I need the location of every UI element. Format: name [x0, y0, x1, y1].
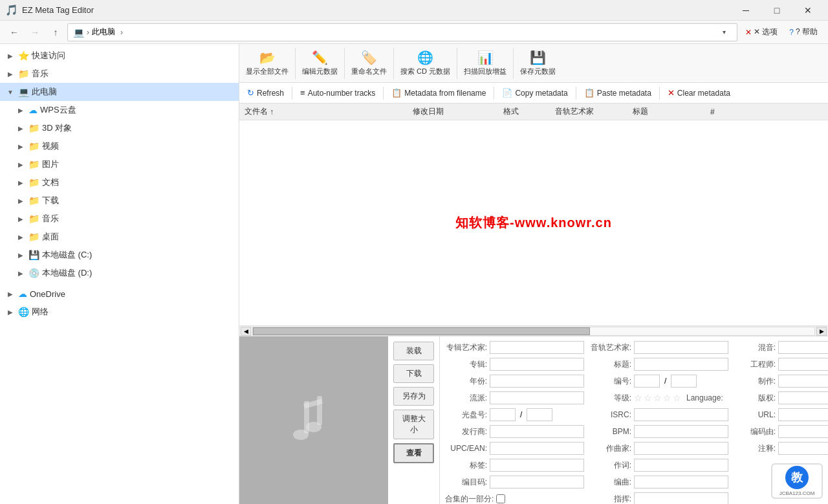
input-conductor[interactable]	[634, 492, 728, 504]
input-track-artist[interactable]	[634, 341, 728, 354]
search-cd-button[interactable]: 🌐 搜索 CD 元数据	[397, 47, 454, 79]
input-title[interactable]	[634, 358, 728, 371]
forward-button[interactable]: →	[26, 23, 44, 41]
action-separator-5	[659, 87, 660, 100]
input-disc[interactable]	[490, 408, 516, 421]
sidebar-item-onedrive[interactable]: ▶ ☁ OneDrive	[0, 285, 239, 303]
scroll-thumb[interactable]	[253, 327, 590, 335]
field-composer: 作曲家:	[589, 441, 728, 455]
input-album[interactable]	[490, 358, 584, 371]
auto-number-button[interactable]: ≡ Auto-number tracks	[295, 85, 380, 100]
input-copyright[interactable]	[778, 391, 828, 404]
sidebar-item-desktop[interactable]: ▶ 📁 桌面	[0, 228, 239, 246]
input-publisher[interactable]	[490, 425, 584, 438]
scroll-track[interactable]	[252, 327, 815, 336]
sidebar-item-quickaccess[interactable]: ▶ ⭐ 快速访问	[0, 47, 239, 65]
star-4[interactable]: ☆	[663, 393, 671, 403]
star-1[interactable]: ☆	[634, 393, 642, 403]
download-button[interactable]: 下载	[393, 364, 434, 383]
star-5[interactable]: ☆	[673, 393, 681, 403]
metadata-col-1: 专辑艺术家: 专辑: 年份: 流派:	[445, 340, 584, 504]
back-button[interactable]: ←	[5, 23, 23, 41]
input-isrc[interactable]	[634, 408, 728, 421]
input-genre[interactable]	[490, 391, 584, 404]
expand-icon: ▶	[16, 141, 26, 151]
save-as-button[interactable]: 另存为	[393, 387, 434, 406]
input-upc[interactable]	[490, 442, 584, 455]
sidebar-item-disk-c[interactable]: ▶ 💾 本地磁盘 (C:)	[0, 246, 239, 264]
input-track-total[interactable]	[671, 375, 697, 388]
input-composer[interactable]	[634, 442, 728, 455]
sidebar-item-wps-cloud[interactable]: ▶ ☁ WPS云盘	[0, 101, 239, 119]
sidebar-item-music-top[interactable]: ▶ 📁 音乐	[0, 65, 239, 83]
paste-metadata-button[interactable]: 📋 Paste metadata	[579, 85, 657, 100]
col-header-title[interactable]: 标题	[633, 106, 710, 117]
minimize-button[interactable]: ─	[731, 0, 761, 21]
sidebar-item-3d-objects[interactable]: ▶ 📁 3D 对象	[0, 119, 239, 137]
input-comment[interactable]	[778, 442, 828, 455]
sidebar-item-music[interactable]: ▶ 📁 音乐	[0, 210, 239, 228]
label-conductor: 指挥:	[589, 494, 631, 505]
label-track-num: 编号:	[589, 376, 631, 387]
address-input[interactable]: 💻 › 此电脑 › ▾	[67, 23, 737, 41]
input-engineer[interactable]	[778, 358, 828, 371]
col-header-num[interactable]: #	[710, 107, 730, 116]
rating-stars[interactable]: ☆ ☆ ☆ ☆ ☆	[634, 393, 681, 403]
save-icon: 💾	[530, 50, 546, 65]
input-year[interactable]	[490, 375, 584, 388]
edit-metadata-button[interactable]: ✏️ 编辑元数据	[298, 47, 342, 79]
metadata-from-filename-button[interactable]: 📋 Metadata from filename	[386, 85, 491, 100]
save-metadata-button[interactable]: 💾 保存元数据	[516, 47, 560, 79]
sidebar-item-videos[interactable]: ▶ 📁 视频	[0, 137, 239, 155]
sidebar-item-network[interactable]: ▶ 🌐 网络	[0, 303, 239, 321]
input-label[interactable]	[490, 459, 584, 472]
view-button[interactable]: 查看	[393, 443, 434, 463]
input-lyricist[interactable]	[634, 459, 728, 472]
input-arranger[interactable]	[634, 476, 728, 488]
scroll-right-button[interactable]: ▶	[816, 327, 827, 336]
input-catalog[interactable]	[490, 476, 584, 488]
sidebar-item-thispc[interactable]: ▼ 💻 此电脑	[0, 83, 239, 101]
input-disc-total[interactable]	[527, 408, 552, 421]
sidebar-item-pictures[interactable]: ▶ 📁 图片	[0, 155, 239, 173]
address-dropdown-button[interactable]: ▾	[717, 23, 732, 41]
toolbar: 📂 显示全部文件 ✏️ 编辑元数据 🏷️ 重命名文件 🌐 搜索 CD 元数据 📊	[239, 44, 828, 83]
sidebar-item-label: 3D 对象	[42, 122, 72, 134]
show-all-files-button[interactable]: 📂 显示全部文件	[242, 47, 292, 79]
sidebar-item-documents[interactable]: ▶ 📁 文档	[0, 173, 239, 192]
sidebar-item-downloads[interactable]: ▶ 📁 下载	[0, 192, 239, 210]
input-track-num[interactable]	[634, 375, 660, 388]
scan-gain-button[interactable]: 📊 扫描回放增益	[460, 47, 510, 79]
load-button[interactable]: 装载	[393, 342, 434, 360]
sidebar-item-disk-d[interactable]: ▶ 💿 本地磁盘 (D:)	[0, 264, 239, 282]
field-track-num: 编号: /	[589, 374, 728, 388]
checkbox-compilation[interactable]	[496, 494, 505, 503]
copy-metadata-button[interactable]: 📄 Copy metadata	[497, 85, 572, 100]
input-remixer[interactable]	[778, 341, 828, 354]
col-header-date[interactable]: 修改日期	[413, 106, 503, 117]
picture-icon: 📁	[28, 159, 39, 170]
close-button[interactable]: ✕	[793, 0, 823, 21]
help-button[interactable]: ? ? 帮助	[784, 24, 823, 40]
up-button[interactable]: ↑	[47, 23, 65, 41]
input-album-artist[interactable]	[490, 341, 584, 354]
horizontal-scrollbar[interactable]: ◀ ▶	[239, 325, 828, 336]
resize-button[interactable]: 调整大小	[393, 410, 434, 439]
options-button[interactable]: ✕ ✕ 选项	[740, 24, 783, 40]
col-header-filename[interactable]: 文件名 ↑	[245, 106, 400, 117]
refresh-button[interactable]: ↻ Refresh	[242, 85, 289, 100]
col-header-artist[interactable]: 音轨艺术家	[555, 106, 633, 117]
clear-metadata-button[interactable]: ✕ Clear metadata	[662, 85, 735, 100]
star-3[interactable]: ☆	[653, 393, 662, 403]
input-url[interactable]	[778, 408, 828, 421]
input-encoded-by[interactable]	[778, 425, 828, 438]
star-2[interactable]: ☆	[644, 393, 652, 403]
file-list-content[interactable]: 知软博客-www.knowr.cn	[239, 120, 828, 325]
input-bpm[interactable]	[634, 425, 728, 438]
input-producer[interactable]	[778, 375, 828, 388]
expand-icon: ▶	[16, 177, 26, 188]
maximize-button[interactable]: □	[762, 0, 792, 21]
col-header-format[interactable]: 格式	[503, 106, 555, 117]
rename-files-button[interactable]: 🏷️ 重命名文件	[347, 47, 391, 79]
scroll-left-button[interactable]: ◀	[241, 327, 251, 336]
